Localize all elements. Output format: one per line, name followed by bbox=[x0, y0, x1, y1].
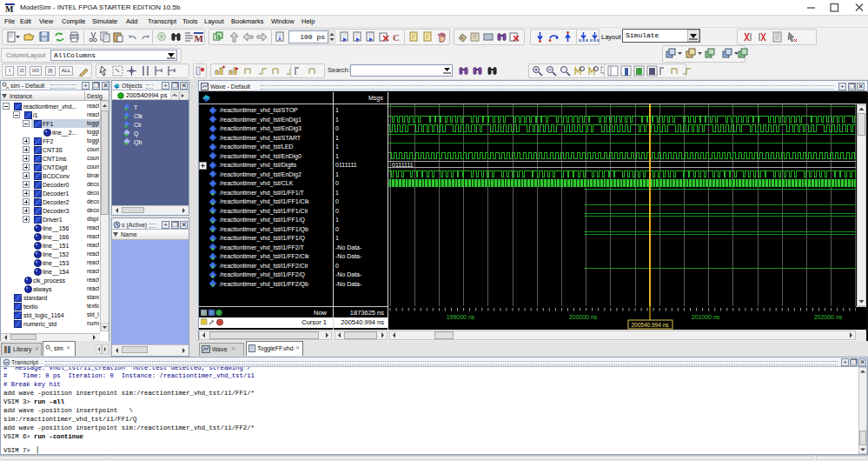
svg-text:M: M bbox=[195, 33, 204, 43]
svg-text:M: M bbox=[5, 4, 14, 13]
svg-text:200000 ns: 200000 ns bbox=[569, 314, 598, 320]
svg-text:201000 ns: 201000 ns bbox=[692, 314, 720, 320]
svg-text:200540.994 ns: 200540.994 ns bbox=[631, 322, 669, 328]
svg-text:202000 ns: 202000 ns bbox=[814, 314, 843, 320]
svg-text:199000 ns: 199000 ns bbox=[447, 314, 475, 320]
svg-text:C: C bbox=[393, 32, 400, 43]
svg-text:0111111: 0111111 bbox=[392, 162, 414, 168]
